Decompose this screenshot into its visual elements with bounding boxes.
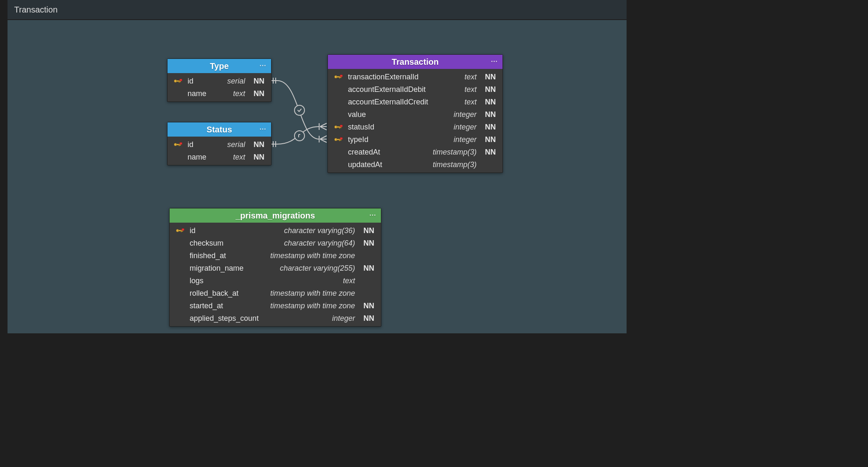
column-row[interactable]: idcharacter varying(36)NN [170,224,381,237]
column-row[interactable]: valueintegerNN [328,108,503,121]
entity-status[interactable]: Status⋯idserialNNnametextNN [167,122,272,165]
svg-rect-29 [182,228,184,231]
not-null-badge: NN [254,89,266,98]
column-row[interactable]: checksumcharacter varying(64)NN [170,237,381,249]
column-name: typeId [348,135,368,144]
entity-title: _prisma_migrations [236,211,315,221]
column-row[interactable]: idserialNN [168,138,271,151]
column-type: text [233,89,245,98]
entity-menu-icon[interactable]: ⋯ [491,57,498,65]
relation-check-icon [294,105,305,116]
column-row[interactable]: statusIdintegerNN [328,121,503,133]
entity-columns: transactionExternalIdtextNNaccountExtern… [328,69,503,173]
column-type: timestamp with time zone [270,289,355,298]
not-null-badge: NN [363,302,376,310]
column-row[interactable]: accountExternalIdDebittextNN [328,83,503,96]
entity-type[interactable]: Type⋯idserialNNnametextNN [167,58,272,102]
entity-prisma_migrations[interactable]: _prisma_migrations⋯idcharacter varying(3… [169,208,381,327]
diagram-title: Transaction [14,5,58,15]
column-name: updatedAt [348,160,382,169]
entity-title: Transaction [392,57,439,67]
column-type: serial [227,77,245,86]
column-name: started_at [190,302,223,310]
diagram-canvas[interactable]: Type⋯idserialNNnametextNNStatus⋯idserial… [8,20,627,333]
column-name: id [188,77,193,86]
svg-rect-7 [179,144,180,146]
column-name: statusId [348,123,374,132]
entity-columns: idserialNNnametextNN [168,73,271,102]
column-type: text [343,277,355,285]
not-null-badge: NN [485,123,497,132]
entity-header[interactable]: _prisma_migrations⋯ [170,208,381,223]
svg-rect-14 [340,75,343,77]
svg-rect-4 [180,79,182,81]
not-null-badge: NN [485,85,497,94]
foreign-key-icon [333,137,344,142]
entity-title: Status [206,125,232,135]
column-type: timestamp with time zone [270,302,355,310]
title-bar: Transaction [8,0,627,19]
not-null-badge: NN [485,73,497,81]
entity-transaction[interactable]: Transaction⋯transactionExternalIdtextNNa… [327,54,503,173]
column-row[interactable]: createdAttimestamp(3)NN [328,146,503,158]
not-null-badge: NN [363,239,376,248]
column-name: transactionExternalId [348,73,419,81]
column-row[interactable]: typeIdintegerNN [328,133,503,146]
svg-rect-17 [339,127,340,129]
foreign-key-icon [333,124,344,130]
column-row[interactable]: nametextNN [168,151,271,163]
not-null-badge: NN [485,110,497,119]
column-type: integer [454,110,477,119]
not-null-badge: NN [363,226,376,235]
column-row[interactable]: accountExternalIdCredittextNN [328,96,503,108]
column-name: name [188,153,206,162]
column-row[interactable]: nametextNN [168,87,271,100]
entity-header[interactable]: Transaction⋯ [328,55,503,69]
not-null-badge: NN [485,135,497,144]
column-type: timestamp(3) [433,148,477,157]
column-row[interactable]: finished_attimestamp with time zone [170,249,381,262]
not-null-badge: NN [254,140,266,149]
column-type: text [464,85,477,94]
entity-title: Type [210,61,228,71]
primary-key-icon [173,78,183,84]
column-name: logs [190,277,203,285]
not-null-badge: NN [485,98,497,107]
entity-menu-icon[interactable]: ⋯ [259,61,267,69]
not-null-badge: NN [254,77,266,86]
svg-rect-12 [339,76,340,79]
column-name: name [188,89,206,98]
column-row[interactable]: rolled_back_attimestamp with time zone [170,287,381,299]
entity-header[interactable]: Status⋯ [168,122,271,137]
column-row[interactable]: migration_namecharacter varying(255)NN [170,262,381,274]
column-row[interactable]: updatedAttimestamp(3) [328,158,503,171]
column-type: timestamp with time zone [270,251,355,260]
svg-rect-19 [340,125,343,127]
svg-rect-27 [181,230,182,232]
column-type: text [464,73,477,81]
diagram-viewport: Transaction Type⋯idserialNNnametextNNSta… [0,0,627,339]
column-type: integer [332,314,355,323]
entity-menu-icon[interactable]: ⋯ [369,211,377,219]
column-row[interactable]: transactionExternalIdtextNN [328,71,503,83]
primary-key-icon [173,142,183,147]
column-row[interactable]: applied_steps_countintegerNN [170,312,381,325]
relation-one-icon [294,130,305,141]
entity-menu-icon[interactable]: ⋯ [259,125,267,133]
column-type: text [464,98,477,107]
column-row[interactable]: started_attimestamp with time zoneNN [170,299,381,312]
not-null-badge: NN [363,264,376,273]
column-type: character varying(64) [284,239,355,248]
column-type: character varying(36) [284,226,355,235]
entity-header[interactable]: Type⋯ [168,59,271,73]
column-row[interactable]: idserialNN [168,75,271,87]
column-name: id [188,140,193,149]
column-type: text [233,153,245,162]
column-name: accountExternalIdCredit [348,98,428,107]
column-type: integer [454,123,477,132]
entity-columns: idcharacter varying(36)NNchecksumcharact… [170,223,381,326]
column-row[interactable]: logstext [170,274,381,287]
column-name: rolled_back_at [190,289,239,298]
not-null-badge: NN [363,314,376,323]
column-type: timestamp(3) [433,160,477,169]
